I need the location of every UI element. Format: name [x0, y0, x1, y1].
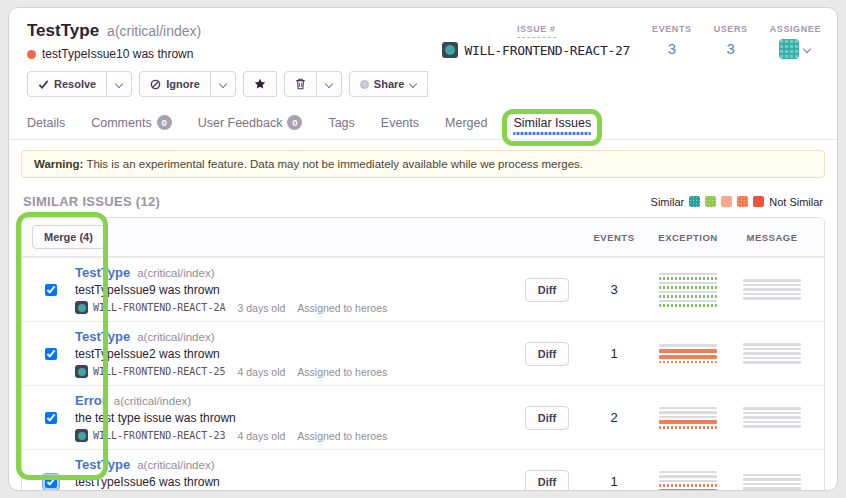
experimental-warning-banner: Warning: This is an experimental feature… — [21, 150, 825, 178]
issue-title-link[interactable]: TestType — [75, 265, 130, 280]
issue-age: 4 days old — [237, 430, 285, 442]
tab-merged[interactable]: Merged — [445, 116, 487, 139]
issue-header: TestType a(critical/index) testTypeIssue… — [9, 8, 837, 61]
issue-stats: ISSUE # WILL-FRONTEND-REACT-27 EVENTS 3 … — [442, 18, 821, 59]
chevron-down-icon — [409, 80, 417, 88]
similarity-swatch — [705, 196, 716, 207]
delete-dropdown-button[interactable] — [317, 71, 342, 97]
tab-details[interactable]: Details — [27, 116, 65, 139]
row-events-count: 1 — [582, 346, 646, 361]
feedback-count-badge: 0 — [287, 115, 302, 130]
check-icon — [38, 79, 49, 90]
project-icon — [442, 42, 458, 58]
chevron-down-icon — [115, 80, 123, 88]
tab-tags[interactable]: Tags — [328, 116, 354, 139]
stat-events: EVENTS 3 — [652, 18, 692, 57]
merge-checkbox[interactable] — [45, 284, 57, 296]
similarity-swatch — [753, 196, 764, 207]
row-events-count: 1 — [582, 474, 646, 489]
message-similarity-chart — [743, 474, 801, 490]
row-events-count: 3 — [582, 282, 646, 297]
issue-assignment: Assigned to heroes — [297, 302, 387, 314]
merge-toolbar: Merge (4) EVENTS EXCEPTION MESSAGE — [22, 218, 824, 257]
issue-id[interactable]: WILL-FRONTEND-REACT-27 — [464, 43, 630, 58]
diff-button[interactable]: Diff — [525, 406, 569, 430]
similar-issues-section: SIMILAR ISSUES (12) Similar Not Similar … — [9, 188, 837, 491]
page-title: TestType — [27, 21, 99, 41]
issue-assignment: Assigned to heroes — [297, 366, 387, 378]
similarity-swatch — [689, 196, 700, 207]
similar-issue-row: TestType a(critical/index) testTypeIssue… — [22, 257, 824, 321]
similarity-legend: Similar Not Similar — [651, 196, 823, 208]
tab-events[interactable]: Events — [381, 116, 419, 139]
exception-similarity-chart — [659, 471, 717, 492]
column-header-exception: EXCEPTION — [646, 232, 730, 243]
column-header-message: MESSAGE — [730, 232, 814, 243]
issue-message: testTypeIssue2 was thrown — [75, 347, 512, 361]
issue-age: 3 days old — [237, 302, 285, 314]
stat-users: USERS 3 — [714, 18, 748, 57]
issue-culprit: a(critical/index) — [107, 23, 201, 39]
assignee-avatar — [779, 39, 799, 59]
chevron-down-icon — [803, 45, 811, 53]
share-button[interactable]: Share — [349, 71, 429, 97]
issue-title-link[interactable]: TestType — [75, 329, 130, 344]
issue-number-label: ISSUE # — [517, 24, 556, 38]
tab-similar-issues[interactable]: Similar Issues — [513, 116, 591, 139]
issue-message: testTypeIssue9 was thrown — [75, 283, 512, 297]
short-id: WILL-FRONTEND-REACT-2A — [93, 302, 225, 313]
diff-button[interactable]: Diff — [525, 342, 569, 366]
resolve-dropdown-button[interactable] — [107, 71, 132, 97]
short-id: WILL-FRONTEND-REACT-23 — [93, 430, 225, 441]
exception-similarity-chart — [659, 407, 717, 429]
diff-button[interactable]: Diff — [525, 278, 569, 302]
issue-title-link[interactable]: TestType — [75, 457, 130, 472]
chevron-down-icon — [325, 80, 333, 88]
issue-message: the test type issue was thrown — [75, 411, 512, 425]
issue-title-link[interactable]: Error — [75, 393, 107, 408]
message-similarity-chart — [743, 279, 801, 300]
ignore-button[interactable]: Ignore — [139, 71, 211, 97]
ignore-dropdown-button[interactable] — [211, 71, 236, 97]
similarity-swatch — [737, 196, 748, 207]
share-status-icon — [360, 80, 369, 89]
stat-assignee: ASSIGNEE — [770, 18, 821, 59]
short-id: WILL-FRONTEND-REACT-25 — [93, 366, 225, 377]
similar-issue-row: Error a(critical/index) the test type is… — [22, 385, 824, 449]
active-tab-underline — [513, 132, 591, 135]
project-icon — [75, 429, 88, 442]
issue-subtitle: testTypeIssue10 was thrown — [42, 47, 193, 61]
trash-icon — [295, 78, 306, 90]
resolve-button[interactable]: Resolve — [27, 71, 107, 97]
merge-checkbox[interactable] — [45, 476, 57, 488]
column-header-events: EVENTS — [582, 232, 646, 243]
merge-checkbox[interactable] — [45, 348, 57, 360]
merge-button[interactable]: Merge (4) — [32, 225, 105, 249]
bookmark-button[interactable] — [243, 71, 277, 97]
diff-button[interactable]: Diff — [525, 470, 569, 492]
issue-age: 4 days old — [237, 366, 285, 378]
tab-user-feedback[interactable]: User Feedback 0 — [198, 115, 303, 139]
similar-issues-panel: Merge (4) EVENTS EXCEPTION MESSAGE TestT… — [21, 217, 825, 491]
star-icon — [254, 78, 266, 90]
tab-comments[interactable]: Comments 0 — [91, 115, 171, 139]
events-count[interactable]: 3 — [652, 40, 692, 57]
message-similarity-chart — [743, 343, 801, 364]
similar-issue-row: TestType a(critical/index) testTypeIssue… — [22, 321, 824, 385]
users-count[interactable]: 3 — [714, 40, 748, 57]
message-similarity-chart — [743, 407, 801, 428]
chevron-down-icon — [219, 80, 227, 88]
issue-assignment: Assigned to heroes — [297, 430, 387, 442]
issue-tabs: Details Comments 0 User Feedback 0 Tags … — [9, 109, 837, 140]
similarity-swatch — [721, 196, 732, 207]
project-icon — [75, 301, 88, 314]
assignee-selector[interactable] — [770, 39, 821, 59]
error-level-dot — [27, 50, 36, 59]
row-events-count: 2 — [582, 410, 646, 425]
similar-issue-row: TestType a(critical/index) testTypeIssue… — [22, 449, 824, 491]
project-icon — [75, 365, 88, 378]
merge-checkbox[interactable] — [45, 412, 57, 424]
comments-count-badge: 0 — [157, 115, 172, 130]
delete-button[interactable] — [284, 71, 317, 97]
issue-detail-card: TestType a(critical/index) testTypeIssue… — [8, 7, 838, 491]
